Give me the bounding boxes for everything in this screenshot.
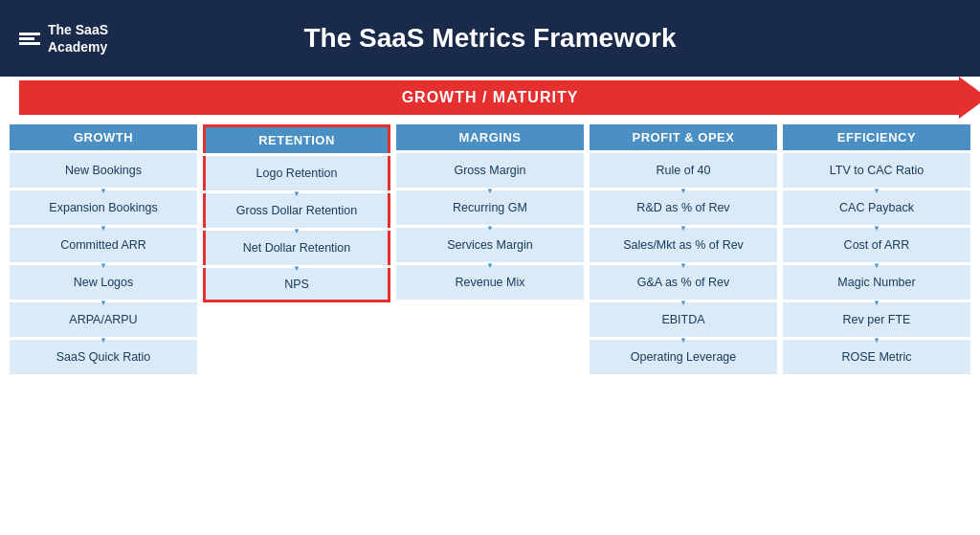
col-item-retention-2[interactable]: Net Dollar Retention <box>203 231 390 265</box>
col-item-profit-3[interactable]: G&A as % of Rev <box>590 265 777 300</box>
col-item-profit-2[interactable]: Sales/Mkt as % of Rev <box>590 228 777 262</box>
main-content: GROWTHNew BookingsExpansion BookingsComm… <box>0 119 980 535</box>
col-item-profit-5[interactable]: Operating Leverage <box>590 340 777 374</box>
col-header-margins: MARGINS <box>396 124 584 150</box>
col-item-efficiency-2[interactable]: Cost of ARR <box>783 228 970 262</box>
col-item-profit-0[interactable]: Rule of 40 <box>590 153 777 188</box>
col-item-retention-0[interactable]: Logo Retention <box>203 156 390 190</box>
col-item-growth-5[interactable]: SaaS Quick Ratio <box>10 340 197 374</box>
arrow-section: GROWTH / MATURITY <box>0 77 980 119</box>
col-item-efficiency-4[interactable]: Rev per FTE <box>783 302 970 337</box>
col-item-profit-1[interactable]: R&D as % of Rev <box>590 190 777 225</box>
col-item-efficiency-1[interactable]: CAC Payback <box>783 190 970 225</box>
col-item-growth-0[interactable]: New Bookings <box>10 153 197 188</box>
column-efficiency: EFFICIENCYLTV to CAC RatioCAC PaybackCos… <box>783 124 970 529</box>
growth-maturity-arrow: GROWTH / MATURITY <box>19 80 961 115</box>
page-title: The SaaS Metrics Framework <box>303 23 676 54</box>
column-margins: MARGINSGross MarginRecurring GMServices … <box>396 124 584 529</box>
col-item-growth-2[interactable]: Committed ARR <box>10 228 197 262</box>
column-retention: RETENTIONLogo RetentionGross Dollar Rete… <box>203 124 390 529</box>
column-growth: GROWTHNew BookingsExpansion BookingsComm… <box>10 124 197 529</box>
col-item-growth-1[interactable]: Expansion Bookings <box>10 190 197 225</box>
col-item-margins-3[interactable]: Revenue Mix <box>396 265 584 300</box>
col-header-retention: RETENTION <box>203 124 390 153</box>
col-item-margins-0[interactable]: Gross Margin <box>396 153 584 188</box>
col-header-growth: GROWTH <box>10 124 197 150</box>
logo-icon <box>19 33 40 45</box>
col-item-efficiency-5[interactable]: ROSE Metric <box>783 340 970 374</box>
columns-container: GROWTHNew BookingsExpansion BookingsComm… <box>10 124 970 529</box>
header: The SaaS Academy The SaaS Metrics Framew… <box>0 0 980 77</box>
col-item-margins-1[interactable]: Recurring GM <box>396 190 584 225</box>
column-profit: PROFIT & OPEXRule of 40R&D as % of RevSa… <box>590 124 777 529</box>
col-item-retention-1[interactable]: Gross Dollar Retention <box>203 193 390 228</box>
col-item-growth-4[interactable]: ARPA/ARPU <box>10 302 197 337</box>
logo: The SaaS Academy <box>19 21 108 56</box>
col-item-margins-2[interactable]: Services Margin <box>396 228 584 262</box>
col-item-retention-3[interactable]: NPS <box>203 268 390 302</box>
col-item-efficiency-3[interactable]: Magic Number <box>783 265 970 300</box>
arrow-label: GROWTH / MATURITY <box>402 89 579 106</box>
col-item-efficiency-0[interactable]: LTV to CAC Ratio <box>783 153 970 188</box>
col-header-efficiency: EFFICIENCY <box>783 124 970 150</box>
col-item-profit-4[interactable]: EBITDA <box>590 302 777 337</box>
col-header-profit: PROFIT & OPEX <box>590 124 777 150</box>
col-item-growth-3[interactable]: New Logos <box>10 265 197 300</box>
logo-text: The SaaS Academy <box>48 21 108 56</box>
